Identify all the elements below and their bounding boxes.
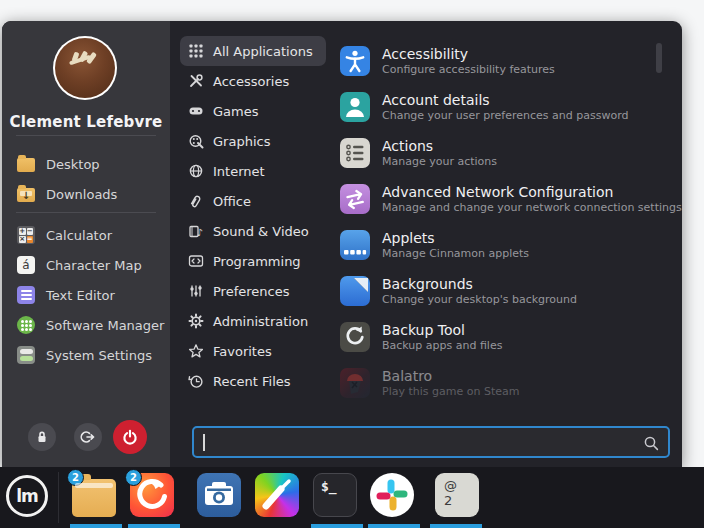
app-row-backgrounds[interactable]: Backgrounds Change your desktop's backgr… bbox=[340, 268, 652, 314]
code-icon bbox=[188, 253, 204, 269]
grid-icon bbox=[188, 43, 204, 59]
taskbar-item-firefox[interactable]: 2 bbox=[130, 473, 174, 517]
divider bbox=[58, 472, 59, 523]
palette-icon bbox=[188, 133, 204, 149]
paperclip-icon bbox=[188, 193, 204, 209]
slack-icon bbox=[370, 473, 414, 517]
lock-screen-button[interactable] bbox=[28, 423, 56, 451]
app-row-account-details[interactable]: Account details Change your user prefere… bbox=[340, 84, 652, 130]
search-icon bbox=[643, 435, 660, 452]
terminal-prompt: $_ bbox=[321, 479, 337, 494]
characters-icon-line1: @ bbox=[444, 478, 479, 493]
gamepad-icon bbox=[188, 103, 204, 119]
window-indicator bbox=[311, 524, 363, 528]
logout-icon bbox=[80, 429, 96, 445]
taskbar-item-characters[interactable]: @ 2 bbox=[435, 473, 479, 517]
notification-badge: 2 bbox=[125, 469, 142, 486]
category-programming[interactable]: Programming bbox=[180, 246, 326, 276]
network-arrows-icon bbox=[340, 184, 370, 214]
gear-icon bbox=[188, 313, 204, 329]
application-menu: Clement Lefebvre Desktop ↓ Downloads +−×… bbox=[2, 21, 682, 467]
backgrounds-icon bbox=[340, 276, 370, 306]
folder-icon bbox=[16, 154, 36, 174]
user-name: Clement Lefebvre bbox=[2, 113, 170, 131]
taskbar-item-terminal[interactable]: $_ bbox=[313, 473, 357, 517]
text-cursor bbox=[203, 434, 205, 451]
category-recent-files[interactable]: Recent Files bbox=[180, 366, 326, 396]
category-sound-video[interactable]: ♪ Sound & Video bbox=[180, 216, 326, 246]
actions-icon bbox=[340, 138, 370, 168]
app-row-backup-tool[interactable]: Backup Tool Backup apps and files bbox=[340, 314, 652, 360]
film-note-icon: ♪ bbox=[188, 223, 204, 239]
app-row-balatro[interactable]: Balatro Play this game on Steam bbox=[340, 360, 652, 406]
sidebar-item-desktop[interactable]: Desktop bbox=[16, 149, 162, 179]
power-button[interactable] bbox=[113, 420, 147, 454]
star-icon bbox=[188, 343, 204, 359]
history-clock-icon bbox=[188, 373, 204, 389]
category-graphics[interactable]: Graphics bbox=[180, 126, 326, 156]
taskbar-item-slack[interactable] bbox=[370, 473, 414, 517]
characters-icon-line2: 2 bbox=[444, 493, 479, 508]
sidebar-item-calculator[interactable]: +−×= Calculator bbox=[16, 220, 162, 250]
category-administration[interactable]: Administration bbox=[180, 306, 326, 336]
taskbar-item-screenshot[interactable] bbox=[197, 473, 241, 517]
divider bbox=[16, 135, 156, 136]
window-indicator bbox=[70, 524, 122, 528]
window-indicator bbox=[368, 524, 420, 528]
paintbrush-icon bbox=[255, 473, 299, 517]
app-row-applets[interactable]: Applets Manage Cinnamon applets bbox=[340, 222, 652, 268]
downloads-folder-icon: ↓ bbox=[16, 184, 36, 204]
camera-icon bbox=[197, 473, 241, 517]
sliders-icon bbox=[188, 283, 204, 299]
balatro-icon bbox=[340, 368, 370, 398]
category-office[interactable]: Office bbox=[180, 186, 326, 216]
tools-icon bbox=[188, 73, 204, 89]
scrollbar-thumb[interactable] bbox=[656, 43, 662, 73]
category-all-applications[interactable]: All Applications bbox=[180, 36, 326, 66]
category-games[interactable]: Games bbox=[180, 96, 326, 126]
sidebar-item-character-map[interactable]: á Character Map bbox=[16, 250, 162, 280]
menu-button[interactable]: lm bbox=[6, 475, 48, 517]
category-favorites[interactable]: Favorites bbox=[180, 336, 326, 366]
character-map-icon: á bbox=[16, 255, 36, 275]
power-icon bbox=[121, 428, 139, 446]
applets-icon bbox=[340, 230, 370, 260]
search-bar bbox=[192, 426, 670, 458]
app-row-actions[interactable]: Actions Manage your actions bbox=[340, 130, 652, 176]
menu-sidebar: Clement Lefebvre Desktop ↓ Downloads +−×… bbox=[2, 21, 170, 467]
divider bbox=[16, 212, 156, 213]
backup-tool-icon bbox=[340, 322, 370, 352]
sidebar-item-text-editor[interactable]: Text Editor bbox=[16, 280, 162, 310]
search-input[interactable] bbox=[194, 428, 668, 456]
globe-icon bbox=[188, 163, 204, 179]
sidebar-item-system-settings[interactable]: System Settings bbox=[16, 340, 162, 370]
category-accessories[interactable]: Accessories bbox=[180, 66, 326, 96]
mint-logo: lm bbox=[16, 486, 38, 506]
lock-icon bbox=[34, 429, 50, 445]
taskbar-item-files[interactable]: 2 bbox=[72, 479, 116, 517]
system-settings-icon bbox=[16, 345, 36, 365]
calculator-icon: +−×= bbox=[16, 225, 36, 245]
software-manager-icon bbox=[16, 315, 36, 335]
svg-text:♪: ♪ bbox=[197, 227, 203, 238]
category-internet[interactable]: Internet bbox=[180, 156, 326, 186]
accessibility-icon bbox=[340, 46, 370, 76]
account-details-icon bbox=[340, 92, 370, 122]
app-row-advanced-network-configuration[interactable]: Advanced Network Configuration Manage an… bbox=[340, 176, 652, 222]
text-editor-icon bbox=[16, 285, 36, 305]
window-indicator bbox=[128, 524, 180, 528]
taskbar-panel: lm 2 2 $_ bbox=[0, 467, 704, 528]
taskbar-item-drawing[interactable] bbox=[255, 473, 299, 517]
category-preferences[interactable]: Preferences bbox=[180, 276, 326, 306]
app-row-accessibility[interactable]: Accessibility Configure accessibility fe… bbox=[340, 38, 652, 84]
sidebar-item-software-manager[interactable]: Software Manager bbox=[16, 310, 162, 340]
sidebar-item-downloads[interactable]: ↓ Downloads bbox=[16, 179, 162, 209]
avatar[interactable] bbox=[53, 36, 117, 100]
logout-button[interactable] bbox=[74, 423, 102, 451]
window-indicator bbox=[430, 524, 482, 528]
notification-badge: 2 bbox=[67, 469, 84, 486]
avatar-image bbox=[55, 38, 115, 98]
